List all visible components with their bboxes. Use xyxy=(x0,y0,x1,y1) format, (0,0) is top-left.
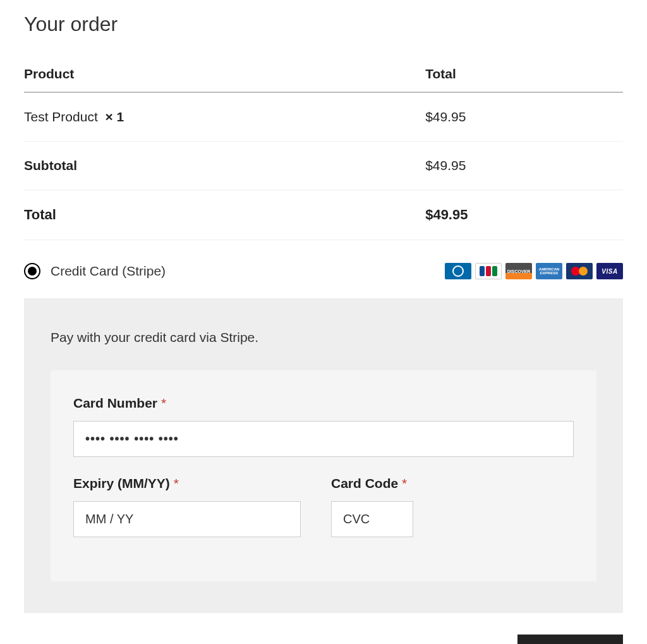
payment-methods: Credit Card (Stripe) DISCOVER AMERICANEX… xyxy=(24,259,623,613)
qty-prefix: × xyxy=(105,109,116,124)
diners-club-icon xyxy=(445,263,471,279)
header-product: Product xyxy=(24,56,425,92)
product-total: $49.95 xyxy=(425,92,623,142)
order-review-table: Product Total Test Product × 1 $49.95 Su… xyxy=(24,56,623,240)
required-asterisk: * xyxy=(161,396,166,410)
radio-selected-icon[interactable] xyxy=(24,263,40,279)
product-name: Test Product xyxy=(24,109,98,124)
expiry-label: Expiry (MM/YY) * xyxy=(73,476,301,491)
total-value: $49.95 xyxy=(425,190,623,240)
card-number-input[interactable] xyxy=(73,421,574,457)
order-heading: Your order xyxy=(24,13,623,36)
order-item-row: Test Product × 1 $49.95 xyxy=(24,92,623,142)
payment-method-label: Credit Card (Stripe) xyxy=(51,264,166,279)
total-row: Total $49.95 xyxy=(24,190,623,240)
subtotal-row: Subtotal $49.95 xyxy=(24,142,623,190)
required-asterisk: * xyxy=(402,476,407,490)
payment-description: Pay with your credit card via Stripe. xyxy=(51,330,596,345)
discover-icon: DISCOVER xyxy=(505,263,532,279)
mastercard-icon xyxy=(566,263,593,279)
subtotal-value: $49.95 xyxy=(425,142,623,190)
total-label: Total xyxy=(24,190,425,240)
subtotal-label: Subtotal xyxy=(24,142,425,190)
required-asterisk: * xyxy=(174,476,179,490)
payment-box: Pay with your credit card via Stripe. Ca… xyxy=(24,298,623,613)
payment-option-stripe[interactable]: Credit Card (Stripe) DISCOVER AMERICANEX… xyxy=(24,259,623,287)
card-number-label: Card Number * xyxy=(73,396,574,411)
header-total: Total xyxy=(425,56,623,92)
card-form: Card Number * Expiry (MM/YY) * Card Code… xyxy=(51,370,596,581)
cvc-label: Card Code * xyxy=(331,476,413,491)
cvc-input[interactable] xyxy=(331,501,413,537)
product-qty: 1 xyxy=(117,109,124,124)
amex-icon: AMERICANEXPRESS xyxy=(536,263,562,279)
visa-icon: VISA xyxy=(596,263,623,279)
expiry-input[interactable] xyxy=(73,501,301,537)
jcb-icon xyxy=(475,263,502,279)
card-brand-icons: DISCOVER AMERICANEXPRESS VISA xyxy=(445,263,623,279)
place-order-button[interactable]: Place order xyxy=(517,635,624,644)
